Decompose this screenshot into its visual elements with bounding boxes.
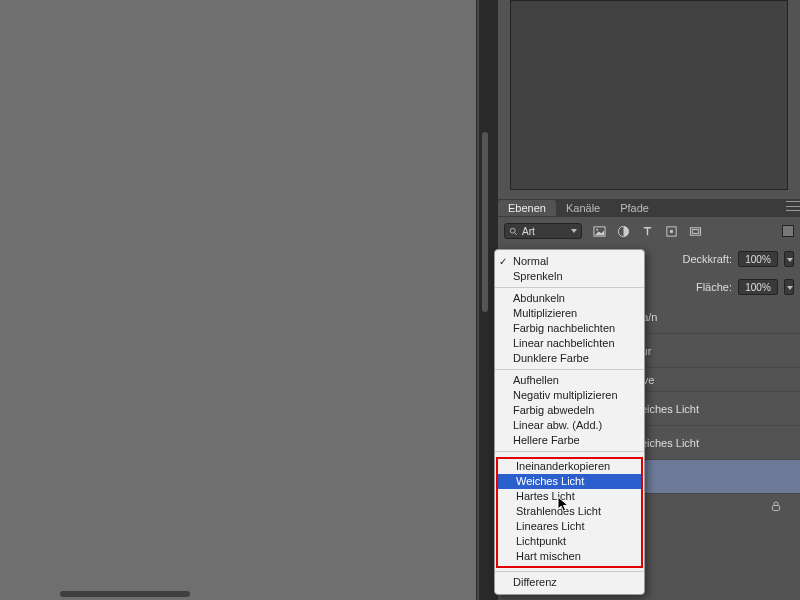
filter-type-label: Art [522, 226, 535, 237]
blend-item-lighter[interactable]: Hellere Farbe [495, 433, 644, 448]
blend-item-hardlight[interactable]: Hartes Licht [498, 489, 641, 504]
filter-adjust-icon[interactable] [616, 224, 630, 238]
svg-rect-6 [670, 230, 673, 233]
svg-line-1 [515, 232, 517, 234]
tab-layers[interactable]: Ebenen [498, 200, 556, 216]
blend-item-darker[interactable]: Dunklere Farbe [495, 351, 644, 366]
blend-item-softlight[interactable]: Weiches Licht [498, 474, 641, 489]
vertical-scrollbar-thumb[interactable] [482, 132, 488, 312]
tab-channels[interactable]: Kanäle [556, 200, 610, 216]
blend-item-screen[interactable]: Negativ multiplizieren [495, 388, 644, 403]
opacity-stepper[interactable] [784, 251, 794, 267]
lock-icon [770, 500, 782, 512]
panel-menu-icon[interactable] [786, 201, 800, 211]
horizontal-scrollbar-thumb[interactable] [60, 591, 190, 597]
blend-item-linear[interactable]: Lineares Licht [498, 519, 641, 534]
blend-item-vivid[interactable]: Strahlendes Licht [498, 504, 641, 519]
blend-mode-dropdown[interactable]: Normal Sprenkeln Abdunkeln Multipliziere… [494, 249, 645, 595]
document-canvas[interactable] [0, 0, 480, 600]
search-icon [509, 227, 518, 236]
svg-point-3 [596, 228, 598, 230]
panel-tabs: Ebenen Kanäle Pfade [498, 199, 800, 217]
svg-point-0 [510, 228, 515, 233]
filter-toggle[interactable] [782, 225, 794, 237]
blend-item-multiply[interactable]: Multiplizieren [495, 306, 644, 321]
blend-item-darken[interactable]: Abdunkeln [495, 291, 644, 306]
fill-label: Fläche: [696, 281, 732, 293]
chevron-down-icon [571, 229, 577, 233]
fill-stepper[interactable] [784, 279, 794, 295]
navigator-preview[interactable] [510, 0, 788, 190]
blend-item-lineardodge[interactable]: Linear abw. (Add.) [495, 418, 644, 433]
filter-pixel-icon[interactable] [592, 224, 606, 238]
blend-item-colorburn[interactable]: Farbig nachbelichten [495, 321, 644, 336]
blend-item-lighten[interactable]: Aufhellen [495, 373, 644, 388]
blend-item-pin[interactable]: Lichtpunkt [498, 534, 641, 549]
svg-rect-8 [692, 229, 699, 233]
blend-item-normal[interactable]: Normal [495, 254, 644, 269]
fill-value[interactable]: 100% [738, 279, 778, 295]
blend-highlight-box: Ineinanderkopieren Weiches Licht Hartes … [496, 457, 643, 568]
blend-item-colordodge[interactable]: Farbig abwedeln [495, 403, 644, 418]
filter-shape-icon[interactable] [664, 224, 678, 238]
blend-item-linearburn[interactable]: Linear nachbelichten [495, 336, 644, 351]
blend-item-hardmix[interactable]: Hart mischen [498, 549, 641, 564]
opacity-label: Deckkraft: [682, 253, 732, 265]
tab-paths[interactable]: Pfade [610, 200, 659, 216]
blend-item-dissolve[interactable]: Sprenkeln [495, 269, 644, 284]
blend-item-difference[interactable]: Differenz [495, 575, 644, 590]
opacity-value[interactable]: 100% [738, 251, 778, 267]
panel-divider[interactable] [476, 0, 480, 600]
filter-text-icon[interactable] [640, 224, 654, 238]
svg-rect-9 [773, 506, 780, 511]
filter-smart-icon[interactable] [688, 224, 702, 238]
layer-filter-row: Art [504, 222, 794, 240]
blend-item-overlay[interactable]: Ineinanderkopieren [498, 459, 641, 474]
filter-type-dropdown[interactable]: Art [504, 223, 582, 239]
